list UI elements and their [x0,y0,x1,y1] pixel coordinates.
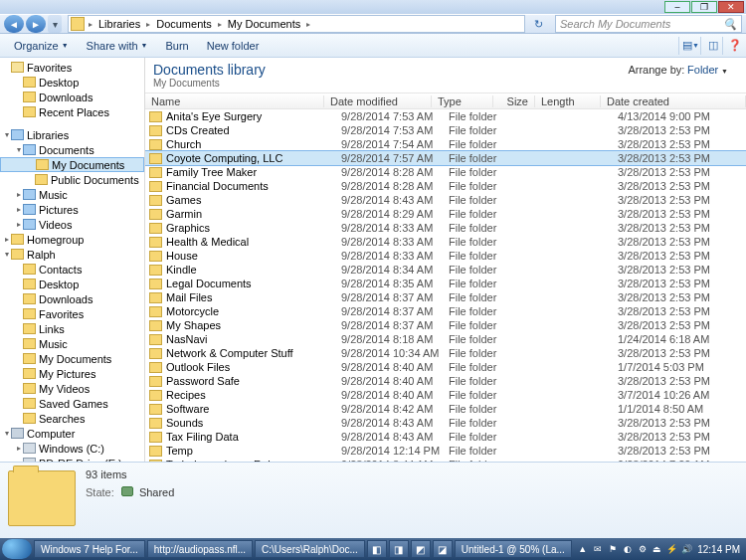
chevron-right-icon[interactable]: ▸ [144,20,152,29]
tray-icon[interactable]: ◐ [622,544,633,555]
tree-item[interactable]: Public Documents [0,172,144,187]
tree-item[interactable]: Favorites [0,306,144,321]
tree-item[interactable]: ▾Documents [0,142,144,157]
file-row[interactable]: Software9/28/2014 8:42 AMFile folder1/1/… [145,402,746,416]
back-button[interactable]: ◄ [4,15,24,33]
tree-item[interactable] [0,119,144,127]
taskbar-item[interactable]: http://audiopass.nfl... [147,540,253,558]
file-row[interactable]: Garmin9/28/2014 8:29 AMFile folder3/28/2… [145,207,746,221]
file-row[interactable]: Motorcycle9/28/2014 8:37 AMFile folder3/… [145,304,746,318]
tray-icon[interactable]: ⚡ [666,544,677,555]
chevron-right-icon[interactable]: ▸ [87,20,94,29]
file-row[interactable]: Legal Documents9/28/2014 8:35 AMFile fol… [145,277,746,290]
view-options-button[interactable]: ▤ ▼ [678,37,696,55]
tray-icon[interactable]: ✉ [592,544,603,555]
navigation-tree[interactable]: FavoritesDesktopDownloadsRecent Places▾L… [0,58,145,462]
arrange-by[interactable]: Arrange by: Folder ▼ [628,64,728,76]
file-row[interactable]: Family Tree Maker9/28/2014 8:28 AMFile f… [145,165,746,179]
new-folder-button[interactable]: New folder [199,38,268,54]
expand-icon[interactable]: ▾ [2,130,11,139]
file-row[interactable]: CDs Created9/28/2014 7:53 AMFile folder3… [145,123,746,137]
tray-icon[interactable]: ▲ [577,544,588,555]
col-length[interactable]: Length [535,95,601,107]
maximize-button[interactable]: ❐ [691,1,717,13]
tree-item[interactable]: Searches [0,411,144,426]
expand-icon[interactable]: ▸ [14,220,23,229]
file-row[interactable]: Sounds9/28/2014 8:43 AMFile folder3/28/2… [145,416,746,430]
tree-item[interactable]: ▸Pictures [0,202,144,217]
file-row[interactable]: Anita's Eye Surgery9/28/2014 7:53 AMFile… [145,109,746,123]
file-row[interactable]: Recipes9/28/2014 8:40 AMFile folder3/7/2… [145,388,746,402]
history-dropdown[interactable]: ▾ [48,15,62,33]
file-row[interactable]: Coyote Computing, LLC9/28/2014 7:57 AMFi… [145,151,746,165]
help-button[interactable]: ❓ [722,37,740,55]
quick-launch-icon[interactable]: ◪ [433,540,453,558]
file-row[interactable]: Health & Medical9/28/2014 8:33 AMFile fo… [145,235,746,249]
tree-item[interactable]: Desktop [0,75,144,90]
col-date-modified[interactable]: Date modified [324,95,432,107]
tree-item[interactable]: Recent Places [0,104,144,119]
close-button[interactable]: ✕ [718,1,744,13]
taskbar[interactable]: Windows 7 Help For...http://audiopass.nf… [0,538,746,560]
minimize-button[interactable]: – [664,1,690,13]
chevron-right-icon[interactable]: ▸ [304,20,312,29]
file-row[interactable]: Graphics9/28/2014 8:33 AMFile folder3/28… [145,221,746,235]
organize-button[interactable]: Organize▼ [6,38,77,54]
expand-icon[interactable]: ▸ [2,235,11,244]
tree-item[interactable]: Favorites [0,60,144,75]
tree-item[interactable]: My Documents [0,351,144,366]
tray-icon[interactable]: 🔊 [681,544,692,555]
preview-pane-button[interactable]: ◫ [700,37,718,55]
file-row[interactable]: Games9/28/2014 8:43 AMFile folder3/28/20… [145,193,746,207]
file-row[interactable]: Mail Files9/28/2014 8:37 AMFile folder3/… [145,290,746,304]
col-size[interactable]: Size [493,95,535,107]
file-row[interactable]: Kindle9/28/2014 8:34 AMFile folder3/28/2… [145,263,746,277]
file-row[interactable]: Password Safe9/28/2014 8:40 AMFile folde… [145,374,746,388]
tree-item[interactable]: ▾Computer [0,426,144,441]
file-row[interactable]: Church9/28/2014 7:54 AMFile folder3/28/2… [145,137,746,151]
quick-launch-icon[interactable]: ◨ [389,540,409,558]
tree-item[interactable]: ▸Homegroup [0,232,144,247]
col-name[interactable]: Name [145,95,324,107]
quick-launch-icon[interactable]: ◧ [367,540,387,558]
tree-item[interactable]: ▾Libraries [0,127,144,142]
search-input[interactable]: Search My Documents 🔍 [555,15,742,33]
chevron-right-icon[interactable]: ▸ [216,20,224,29]
crumb-mydocuments[interactable]: My Documents [224,18,304,30]
expand-icon[interactable]: ▾ [2,250,11,259]
taskbar-item[interactable]: Windows 7 Help For... [34,540,145,558]
tree-item[interactable]: Saved Games [0,396,144,411]
tree-item[interactable]: ▸Music [0,187,144,202]
expand-icon[interactable]: ▸ [14,205,23,214]
start-button[interactable] [2,539,32,559]
expand-icon[interactable]: ▸ [14,444,23,453]
expand-icon[interactable]: ▾ [2,429,11,438]
tray-icon[interactable]: ⚑ [607,544,618,555]
tree-item[interactable]: Music [0,336,144,351]
file-row[interactable]: My Shapes9/28/2014 8:37 AMFile folder3/2… [145,318,746,332]
file-row[interactable]: Temp9/28/2014 12:14 PMFile folder3/28/20… [145,444,746,458]
tray-icon[interactable]: ⏏ [652,544,662,555]
tree-item[interactable]: My Pictures [0,366,144,381]
expand-icon[interactable]: ▾ [14,145,23,154]
tree-item[interactable]: ▸Windows (C:) [0,441,144,456]
column-headers[interactable]: Name Date modified Type Size Length Date… [145,93,746,109]
forward-button[interactable]: ► [26,15,46,33]
tree-item[interactable]: Downloads [0,90,144,104]
file-row[interactable]: Outlook Files9/28/2014 8:40 AMFile folde… [145,360,746,374]
tree-item[interactable]: Links [0,321,144,336]
tree-item[interactable]: Desktop [0,277,144,291]
crumb-libraries[interactable]: Libraries [94,18,144,30]
taskbar-item[interactable]: C:\Users\Ralph\Doc... [255,540,365,558]
breadcrumb[interactable]: ▸ Libraries ▸ Documents ▸ My Documents ▸ [68,15,525,33]
tree-item[interactable]: ▾Ralph [0,247,144,262]
quick-launch-icon[interactable]: ◩ [411,540,431,558]
system-tray[interactable]: ▲✉⚑◐⚙⏏⚡🔊 12:14 PM [577,544,744,555]
share-with-button[interactable]: Share with▼ [79,38,156,54]
tray-icon[interactable]: ⚙ [637,544,648,555]
col-type[interactable]: Type [432,95,493,107]
file-row[interactable]: Tax Filing Data9/28/2014 8:43 AMFile fol… [145,430,746,444]
file-row[interactable]: Financial Documents9/28/2014 8:28 AMFile… [145,179,746,193]
tree-item[interactable]: My Documents [0,157,144,172]
tree-item[interactable]: Contacts [0,262,144,277]
